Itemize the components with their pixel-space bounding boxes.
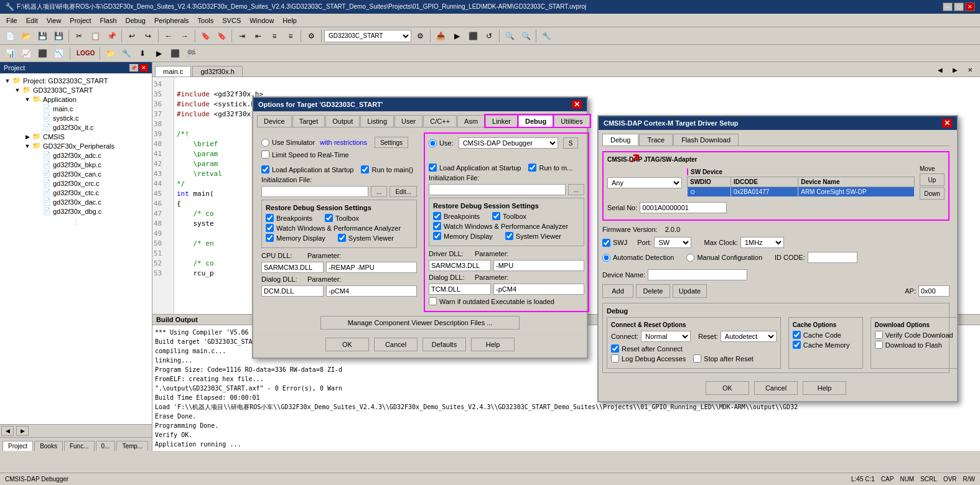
opt-tab-asm[interactable]: Asm (457, 115, 485, 127)
stop-btn[interactable]: ⬛ (465, 29, 480, 43)
load-app-startup-right-check[interactable] (429, 164, 437, 172)
dlg-param-left-val[interactable] (326, 285, 417, 297)
tree-item-systick[interactable]: 📄 systick.c (2, 113, 149, 122)
menu-help[interactable]: Help (279, 16, 301, 25)
init-browse-right-btn[interactable]: ... (568, 184, 584, 195)
cmsis-close-btn[interactable]: ✕ (942, 119, 952, 127)
unindent-btn[interactable]: ⇤ (251, 29, 266, 43)
watch-left-check[interactable] (266, 224, 274, 232)
save-all-btn[interactable]: 💾 (51, 29, 66, 43)
build1-btn[interactable]: ⚙ (304, 29, 319, 43)
ap-input[interactable] (918, 285, 950, 297)
t2-btn10[interactable]: 🏁 (184, 47, 198, 60)
copy-btn[interactable]: 📋 (88, 29, 103, 43)
indent-btn[interactable]: ⇥ (235, 29, 250, 43)
tab-func[interactable]: Func... (64, 441, 95, 451)
opt-tab-target[interactable]: Target (292, 115, 325, 127)
tree-item-root[interactable]: ▼ 📁 Project: GD32303C_START (2, 76, 149, 85)
opt-tab-output[interactable]: Output (325, 115, 360, 127)
bp-left-check[interactable] (266, 214, 274, 222)
opt-tab-utilities[interactable]: Utilities (554, 115, 589, 127)
opt-tab-linker[interactable]: Linker (485, 115, 518, 127)
save-btn[interactable]: 💾 (35, 29, 50, 43)
cmsis-tab-debug[interactable]: Debug (602, 134, 638, 146)
inspect-btn[interactable]: 🔧 (539, 29, 554, 43)
menu-window[interactable]: Window (246, 16, 278, 25)
bookmark2-btn[interactable]: 🔖 (214, 29, 229, 43)
run-to-main-right-check[interactable] (528, 164, 536, 172)
menu-flash[interactable]: Flash (96, 16, 121, 25)
swj-check[interactable] (602, 239, 610, 247)
delete-btn[interactable]: Delete (636, 284, 670, 298)
load-btn[interactable]: 📥 (433, 29, 448, 43)
tab-temp[interactable]: Temp... (116, 441, 148, 451)
undo-btn[interactable]: ↩ (124, 29, 139, 43)
tree-item-dac[interactable]: 📄 gd32f30x_dac.c (2, 197, 149, 206)
bookmark-btn[interactable]: 🔖 (198, 29, 213, 43)
adapter-dropdown[interactable]: Any (607, 177, 682, 188)
port-select[interactable]: SW JTAG (654, 237, 691, 248)
tree-item-ctc[interactable]: 📄 gd32f30x_ctc.c (2, 188, 149, 197)
tree-item-gd32[interactable]: ▼ 📁 GD32303C_START (2, 85, 149, 95)
t2-btn1[interactable]: 📊 (2, 47, 17, 60)
tree-item-it[interactable]: 📄 gd32f30x_it.c (2, 122, 149, 132)
menu-project[interactable]: Project (66, 16, 95, 25)
new-btn[interactable]: 📄 (2, 29, 17, 43)
cpu-dll-left-val[interactable] (261, 262, 324, 273)
tree-item-bkp[interactable]: 📄 gd32f30x_bkp.c (2, 160, 149, 169)
code-close[interactable]: ✕ (963, 63, 978, 76)
opt-tab-debug[interactable]: Debug (518, 115, 553, 127)
drv-dll-right-val[interactable] (429, 260, 491, 271)
auto-detect-radio[interactable] (602, 254, 610, 262)
menu-edit[interactable]: Edit (22, 16, 42, 25)
redo-btn[interactable]: ↪ (141, 29, 156, 43)
maximize-btn[interactable]: □ (954, 2, 964, 11)
add-btn[interactable]: Add (602, 284, 633, 298)
t2-btn8[interactable]: ▶ (151, 47, 166, 60)
panel-pin-btn[interactable]: 📌 (129, 64, 138, 72)
clock-select[interactable]: 1MHz 2MHz (740, 237, 784, 248)
cpu-param-left-val[interactable] (326, 262, 417, 273)
run-to-main-left-check[interactable] (361, 165, 369, 173)
load-app-startup-left-check[interactable] (261, 165, 269, 173)
cache-code-check[interactable] (793, 331, 801, 339)
log-debug-check[interactable] (611, 354, 619, 363)
t2-btn3[interactable]: ⬛ (35, 47, 50, 60)
menu-tools[interactable]: Tools (194, 16, 218, 25)
tree-item-periph[interactable]: ▼ 📁 GD32F30x_Peripherals (2, 141, 149, 150)
mem-right-check[interactable] (433, 232, 441, 240)
sv-right-check[interactable] (505, 232, 513, 240)
sim-settings-btn[interactable]: Settings (375, 137, 408, 148)
options-defaults-btn[interactable]: Defaults (422, 338, 466, 351)
settings2-btn[interactable]: ⚙ (413, 29, 427, 43)
options-help-btn[interactable]: Help (471, 338, 515, 351)
cmsis-tab-flash[interactable]: Flash Download (673, 134, 739, 146)
debugger-select[interactable]: CMSIS-DAP Debugger (459, 137, 558, 149)
mem-left-check[interactable] (266, 234, 274, 242)
device-row[interactable]: ⊙ 0x2BA01477 ARM CoreSight SW-DP (688, 187, 915, 196)
limit-speed-check[interactable] (261, 150, 269, 159)
search-btn[interactable]: 🔍 (502, 29, 517, 43)
cut-btn[interactable]: ✂ (72, 29, 86, 43)
manage-component-btn[interactable]: Manage Component Viewer Description File… (320, 316, 520, 330)
tree-item-main[interactable]: 📄 main.c (2, 104, 149, 113)
init-file-right-input[interactable] (429, 184, 566, 195)
menu-svcs[interactable]: SVCS (218, 16, 245, 25)
reset-btn[interactable]: ↺ (482, 29, 497, 43)
cmsis-dialog-title[interactable]: CMSIS-DAP Cortex-M Target Driver Setup ✕ (599, 116, 957, 130)
target-dropdown[interactable]: GD32303C_START (324, 30, 411, 42)
code-nav-left[interactable]: ◀ (933, 63, 948, 76)
watch-right-check[interactable] (433, 222, 441, 230)
tree-item-crc[interactable]: 📄 gd32f30x_crc.c (2, 178, 149, 188)
connect-select[interactable]: Normal (641, 331, 691, 342)
tab-books[interactable]: Books (34, 441, 63, 451)
tree-item-dbg[interactable]: 📄 gd32f30x_dbg.c (2, 206, 149, 216)
paste-btn[interactable]: 📌 (104, 29, 119, 43)
t2-btn7[interactable]: ⬇ (135, 47, 150, 60)
stop-reset-check[interactable] (693, 354, 701, 363)
cache-memory-check[interactable] (793, 341, 801, 349)
reset-select[interactable]: Autodetect (721, 331, 777, 342)
cmsis-tab-trace[interactable]: Trace (639, 134, 673, 146)
tree-item-adc[interactable]: 📄 gd32f30x_adc.c (2, 150, 149, 160)
menu-view[interactable]: View (43, 16, 65, 25)
